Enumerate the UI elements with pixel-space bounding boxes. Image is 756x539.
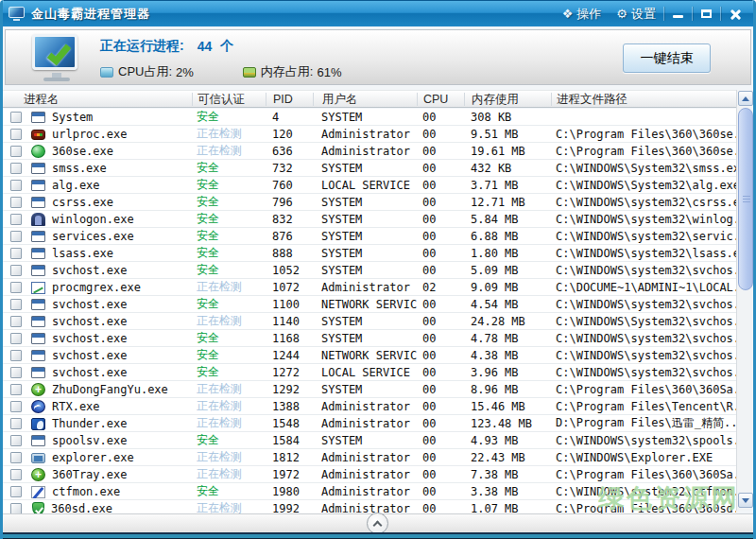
column-header-name[interactable]: 进程名 [3,93,192,106]
memory-usage: 1.07 MB [464,502,551,514]
user-name: SYSTEM [313,230,417,243]
table-row[interactable]: ZhuDongFangYu.exe 正在检测 1292 SYSTEM 00 8.… [3,381,736,398]
row-checkbox[interactable] [10,214,22,225]
process-name: spoolsv.exe [52,434,127,447]
file-path: C:\WINDOWS\system32\svchos... [551,298,736,311]
app-logo-icon [9,7,25,21]
row-checkbox[interactable] [10,129,22,140]
window-icon [31,197,45,208]
row-checkbox[interactable] [10,469,22,480]
table-row[interactable]: 360sd.exe 正在检测 1992 Administrator 00 1.0… [3,500,736,513]
trust-status: 正在检测 [192,279,266,295]
cpu-value: 2% [176,65,194,79]
table-row[interactable]: winlogon.exe 安全 832 SYSTEM 00 5.84 MB C:… [3,211,736,228]
row-checkbox[interactable] [10,367,22,378]
row-checkbox[interactable] [10,350,22,361]
row-checkbox[interactable] [10,384,22,395]
table-row[interactable]: 360se.exe 正在检测 636 Administrator 00 19.6… [3,143,736,160]
row-checkbox[interactable] [10,486,22,497]
trust-status: 安全 [192,177,266,193]
window-icon [31,435,45,446]
window-icon [31,350,45,361]
menu-action-label: 操作 [576,6,601,23]
trust-status: 安全 [192,211,266,227]
row-checkbox[interactable] [10,401,22,412]
memory-value: 61% [317,65,341,79]
cpu-usage: 00 [417,298,464,311]
process-table: System 安全 4 SYSTEM 00 308 KB urlproc.exe… [3,109,736,513]
row-checkbox[interactable] [10,231,22,242]
column-header-pid[interactable]: PID [266,93,313,106]
table-row[interactable]: explorer.exe 正在检测 1812 Administrator 00 … [3,449,736,466]
memory-usage: 4.38 MB [464,349,551,362]
column-header-trust[interactable]: 可信认证 [192,93,266,106]
row-checkbox[interactable] [10,146,22,157]
window-icon [31,180,45,191]
row-checkbox[interactable] [10,503,22,514]
row-checkbox[interactable] [10,418,22,429]
row-checkbox[interactable] [10,452,22,463]
table-row[interactable]: services.exe 安全 876 SYSTEM 00 6.88 MB C:… [3,228,736,245]
row-checkbox[interactable] [10,180,22,191]
column-header-memory[interactable]: 内存使用 [464,93,551,106]
scroll-up-button[interactable] [738,91,753,106]
vertical-scrollbar[interactable] [736,90,753,511]
table-row[interactable]: svchost.exe 安全 1052 SYSTEM 00 5.09 MB C:… [3,262,736,279]
table-row[interactable]: svchost.exe 正在检测 1140 SYSTEM 00 24.28 MB… [3,313,736,330]
file-path: C:\WINDOWS\system32\servic... [551,230,736,243]
table-row[interactable]: svchost.exe 安全 1100 NETWORK SERVICE 00 4… [3,296,736,313]
collapse-button[interactable] [367,513,388,534]
table-row[interactable]: alg.exe 安全 760 LOCAL SERVICE 00 3.71 MB … [3,177,736,194]
row-checkbox[interactable] [10,282,22,293]
column-header-path[interactable]: 进程文件路径 [551,93,736,106]
menu-settings[interactable]: ⚙ 设置 [609,6,663,23]
window-icon [31,265,45,276]
window-icon [31,248,45,259]
row-checkbox[interactable] [10,316,22,327]
menu-action[interactable]: ❖ 操作 [555,6,610,23]
table-row[interactable]: csrss.exe 安全 796 SYSTEM 00 12.71 MB C:\W… [3,194,736,211]
memory-usage: 24.28 MB [464,315,551,328]
pid-value: 1980 [266,485,313,498]
row-checkbox[interactable] [10,333,22,344]
table-row[interactable]: spoolsv.exe 安全 1584 SYSTEM 00 4.93 MB C:… [3,432,736,449]
end-process-button[interactable]: 一键结束 [623,43,711,73]
minimize-button[interactable] [664,6,692,23]
row-checkbox[interactable] [10,197,22,208]
user-name: SYSTEM [313,247,417,260]
process-name: procmgrex.exe [52,281,141,294]
table-row[interactable]: 360Tray.exe 正在检测 1972 Administrator 00 7… [3,466,736,483]
memory-usage: 19.61 MB [464,145,551,158]
process-name: svchost.exe [52,332,127,345]
table-row[interactable]: lsass.exe 安全 888 SYSTEM 00 1.80 MB C:\WI… [3,245,736,262]
table-row[interactable]: RTX.exe 正在检测 1388 Administrator 00 15.46… [3,398,736,415]
table-row[interactable]: Thunder.exe 正在检测 1548 Administrator 00 1… [3,415,736,432]
pid-value: 1972 [266,468,313,481]
maximize-button[interactable] [693,6,720,23]
scroll-down-button[interactable] [738,493,753,508]
row-checkbox[interactable] [10,248,22,259]
column-header-user[interactable]: 用户名 [313,93,417,106]
cpu-usage: 00 [417,179,464,192]
table-row[interactable]: svchost.exe 安全 1244 NETWORK SERVICE 00 4… [3,347,736,364]
row-checkbox[interactable] [10,265,22,276]
table-row[interactable]: ctfmon.exe 安全 1980 Administrator 00 3.38… [3,483,736,500]
file-path: C:\Program Files\360\360se... [551,128,736,141]
row-checkbox[interactable] [10,435,22,446]
close-button[interactable] [721,6,748,23]
row-checkbox[interactable] [10,112,22,123]
door-icon [31,213,45,226]
table-row[interactable]: urlproc.exe 正在检测 120 Administrator 00 9.… [3,126,736,143]
row-checkbox[interactable] [10,299,22,310]
table-row[interactable]: svchost.exe 安全 1168 SYSTEM 00 4.78 MB C:… [3,330,736,347]
column-header-cpu[interactable]: CPU [417,93,464,106]
trust-status: 正在检测 [192,466,266,482]
row-checkbox[interactable] [10,163,22,174]
process-name: 360Tray.exe [52,468,127,481]
user-name: SYSTEM [313,162,417,175]
table-row[interactable]: procmgrex.exe 正在检测 1072 Administrator 02… [3,279,736,296]
scrollbar-thumb[interactable] [738,108,753,290]
table-row[interactable]: svchost.exe 安全 1272 LOCAL SERVICE 00 3.9… [3,364,736,381]
table-row[interactable]: System 安全 4 SYSTEM 00 308 KB [3,109,736,126]
table-row[interactable]: smss.exe 安全 732 SYSTEM 00 432 KB C:\WIND… [3,160,736,177]
